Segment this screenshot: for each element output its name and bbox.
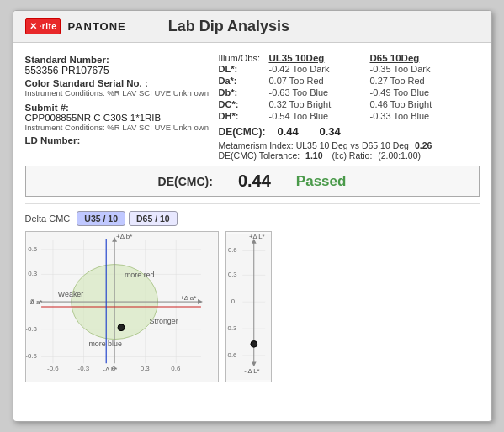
delta-section: Delta CMC U35 / 10 D65 / 10 (25, 211, 480, 382)
row-4-val2: -0.33 Too Blue (370, 110, 471, 121)
x-icon: ✕ (29, 21, 37, 31)
svg-text:-0.3: -0.3 (77, 365, 89, 372)
svg-text:0.6: 0.6 (28, 245, 38, 253)
row-3-val1: 0.32 Too Bright (269, 98, 370, 109)
submit-value: CPP008855NR C C30S 1*1RIB (25, 113, 210, 123)
data-rows: DL*: -0.42 Too Dark -0.35 Too Dark Da*: … (219, 63, 480, 121)
delta-tabs: Delta CMC U35 / 10 D65 / 10 (25, 211, 480, 226)
illum-obs-label: Illum/Obs: (219, 53, 269, 63)
top-section: Standard Number: 553356 PR107675 Color S… (25, 51, 480, 161)
svg-text:more blue: more blue (88, 340, 122, 348)
row-0-val2: -0.35 Too Dark (370, 63, 471, 74)
metamerism-text: Metamerism Index: UL35 10 Deg vs D65 10 … (219, 140, 409, 150)
svg-text:Weaker: Weaker (57, 290, 82, 298)
brand-name: ·rite (40, 22, 57, 31)
svg-point-53 (250, 340, 257, 347)
row-4-label: DH*: (219, 110, 269, 121)
de-val2: 0.34 (320, 125, 362, 138)
metamerism-line: Metamerism Index: UL35 10 Deg vs D65 10 … (219, 140, 480, 150)
side-chart: +Δ L* - Δ L* 0.6 0.3 0 -0.3 -0.6 (225, 231, 272, 382)
row-3-val2: 0.46 Too Bright (370, 98, 471, 109)
ratio-value: (2.00:1.00) (378, 150, 421, 161)
pantone-label: PANTONE (67, 20, 125, 33)
row-1-val1: 0.07 Too Red (269, 75, 370, 86)
svg-text:-0.3: -0.3 (226, 324, 236, 332)
ld-label: LD Number: (25, 135, 210, 145)
serial-label: Color Standard Serial No. : (25, 78, 210, 88)
ratio-label: (l:c) Ratio: (332, 150, 372, 161)
tab-d65-10[interactable]: D65 / 10 (129, 211, 178, 226)
tolerance-line: DE(CMC) Tolerance: 1.10 (l:c) Ratio: (2.… (219, 150, 480, 161)
illum-col1: UL35 10Deg (269, 53, 370, 63)
svg-text:Stronger: Stronger (149, 317, 178, 325)
result-de-value: 0.44 (238, 171, 271, 191)
xrite-logo: ✕ ·rite (25, 18, 61, 34)
tolerance-value: 1.10 (305, 150, 322, 161)
divider (25, 203, 480, 204)
tolerance-label: DE(CMC) Tolerance: (219, 150, 300, 161)
svg-text:0.3: 0.3 (140, 365, 150, 372)
side-chart-svg: +Δ L* - Δ L* 0.6 0.3 0 -0.3 -0.6 (226, 232, 271, 382)
row-0-val1: -0.42 Too Dark (269, 63, 370, 74)
main-chart: +Δ b* -Δ b* +Δ a* -Δ a* -0.6 -0.3 0 0.3 … (25, 231, 219, 382)
svg-text:0.6: 0.6 (171, 365, 181, 372)
svg-text:0.3: 0.3 (28, 270, 38, 277)
instrument-conditions-2: Instrument Conditions: %R LAV SCI UVE Un… (25, 123, 210, 132)
submit-label: Submit #: (25, 103, 210, 113)
svg-text:+Δ b*: +Δ b* (116, 233, 132, 240)
svg-text:more red: more red (124, 271, 154, 279)
result-de-label: DE(CMC): (158, 175, 213, 188)
tab-u35-10[interactable]: U35 / 10 (77, 211, 125, 226)
page-title: Lab Dip Analysis (168, 18, 289, 35)
de-row: DE(CMC): 0.44 0.34 (219, 125, 480, 138)
delta-cmc-label: Delta CMC (25, 213, 71, 224)
de-val1: 0.44 (278, 125, 320, 138)
svg-text:-0.6: -0.6 (226, 351, 236, 359)
chart-area: +Δ b* -Δ b* +Δ a* -Δ a* -0.6 -0.3 0 0.3 … (25, 231, 480, 382)
result-passed: Passed (296, 173, 347, 190)
svg-text:0: 0 (231, 298, 234, 305)
row-0-label: DL*: (219, 63, 269, 74)
svg-text:-0.3: -0.3 (26, 325, 38, 333)
illum-header: Illum/Obs: UL35 10Deg D65 10Deg (219, 53, 480, 63)
result-box: DE(CMC): 0.44 Passed (25, 166, 480, 197)
svg-text:0: 0 (112, 365, 116, 372)
standard-number-value: 553356 PR107675 (25, 65, 210, 76)
main-chart-svg: +Δ b* -Δ b* +Δ a* -Δ a* -0.6 -0.3 0 0.3 … (26, 232, 218, 382)
metamerism-value: 0.26 (415, 140, 432, 150)
main-card: ✕ ·rite PANTONE Lab Dip Analysis Standar… (13, 10, 492, 422)
row-1-label: Da*: (219, 75, 269, 86)
header: ✕ ·rite PANTONE Lab Dip Analysis (13, 11, 491, 43)
left-col: Standard Number: 553356 PR107675 Color S… (25, 51, 210, 161)
row-2-label: Db*: (219, 87, 269, 97)
body: Standard Number: 553356 PR107675 Color S… (13, 43, 491, 391)
svg-text:- Δ L*: - Δ L* (244, 367, 259, 375)
svg-point-36 (118, 324, 125, 331)
standard-number-label: Standard Number: (25, 55, 210, 65)
row-3-label: DC*: (219, 98, 269, 109)
row-4-val1: -0.54 Too Blue (269, 110, 370, 121)
row-2-val2: -0.49 Too Blue (370, 87, 471, 97)
svg-text:0.6: 0.6 (227, 246, 236, 254)
svg-text:+Δ a*: +Δ a* (180, 294, 196, 302)
svg-text:-0.6: -0.6 (47, 365, 59, 372)
right-col: Illum/Obs: UL35 10Deg D65 10Deg DL*: -0.… (219, 51, 480, 161)
illum-col2: D65 10Deg (370, 53, 471, 63)
svg-text:-0.6: -0.6 (26, 352, 38, 360)
de-label: DE(CMC): (219, 126, 278, 138)
row-2-val1: -0.63 Too Blue (269, 87, 370, 97)
logo-box: ✕ ·rite PANTONE (25, 18, 126, 34)
row-1-val2: 0.27 Too Red (370, 75, 471, 86)
svg-text:0: 0 (30, 298, 34, 305)
svg-text:+Δ L*: +Δ L* (248, 233, 264, 240)
svg-text:0.3: 0.3 (227, 271, 236, 278)
instrument-conditions-1: Instrument Conditions: %R LAV SCI UVE Un… (25, 88, 210, 97)
